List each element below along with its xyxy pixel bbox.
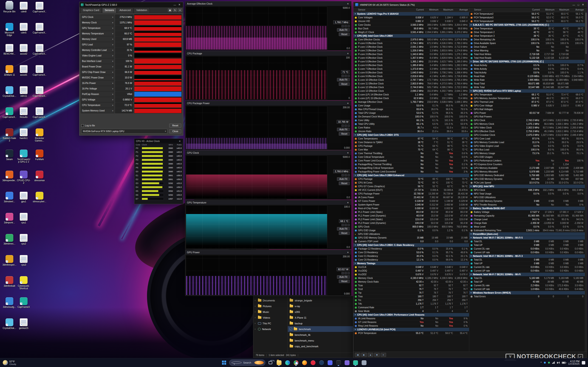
sensor-row-drive-failure[interactable]: Drive FailureNoNoNo: [469, 45, 585, 49]
sensor-row-gt-limit-reasons[interactable]: GT Limit ReasonsYesNoYes0 %: [354, 320, 469, 324]
sidebar-item-pictures[interactable]: ›Pictures: [253, 303, 288, 309]
maximize-icon[interactable]: □: [576, 3, 581, 6]
close-icon[interactable]: ✕: [178, 140, 182, 142]
tray-app-icon[interactable]: [548, 362, 550, 364]
sensor-row-gpu-thermal-limit[interactable]: GPU Thermal Limit87.0 °C87.0 °C87.0 °C87…: [469, 100, 585, 104]
desktop-icon-baldurs-gate-3[interactable]: ↗Baldurs Gate 3: [2, 128, 17, 142]
desktop-icon-cpu2[interactable]: ↗cpu2: [17, 234, 31, 245]
sensor-row-pch-temperature4[interactable]: PCH Temperature456.0 °C51.0 °C60.0 °C56.…: [469, 19, 585, 23]
sensor-row-current-ctdp-level[interactable]: Current cTDP Level0.00.00.00.0: [354, 240, 469, 243]
close-button[interactable]: Close: [169, 129, 181, 133]
sensor-row-battery-voltage[interactable]: Battery Voltage17.527 V17.235 V17.581 V1…: [469, 210, 585, 214]
desktop-icon-furmark[interactable]: ↗FurMark: [32, 150, 47, 161]
sensor-row-ring-limit-reasons[interactable]: Ring Limit ReasonsNoNoYes0 %: [354, 324, 469, 328]
sensor-row-gear-mode[interactable]: Gear Mode4444: [354, 309, 469, 313]
sensor-row-tcas[interactable]: Tcas92 T92 T92 T92 T: [354, 284, 469, 287]
taskbar-app-discord[interactable]: [327, 359, 334, 366]
sensor-label-dropdown[interactable]: PerfCap Reason▾: [81, 92, 114, 97]
sensor-row-total-dl[interactable]: Total DL5,183 MB5,179 MB5,183 MB5,183 MB: [469, 276, 585, 280]
sensor-row-system-agent-power[interactable]: System Agent Power3.045 W0.312 W3.493 W3…: [354, 203, 469, 207]
sensor-row-gpu-effective-clock[interactable]: GPU Effective Clock2,759.3 MHz45.3 MHz2,…: [469, 130, 585, 133]
minimize-icon[interactable]: —: [173, 3, 177, 6]
sensor-group-network-intel-wi-fi-7-be201-320mhz-wi-fi[interactable]: ▼Network: Intel Wi-Fi 7 BE201 320MHz - W…: [469, 273, 585, 276]
sensor-row-total-cpu-utility[interactable]: Total CPU Utility66.1 %6.6 %131.5 %63.9 …: [354, 122, 469, 126]
sensor-row-total-up[interactable]: Total UP0 MB0 MB0 MB0 MB: [469, 243, 585, 247]
close-icon[interactable]: ✕: [581, 3, 585, 6]
mini-button[interactable]: [347, 125, 350, 127]
sensor-row-pl1-power-limit-dynamic[interactable]: PL1 Power Limit (Dynamic)40.0 W15.0 W110…: [354, 214, 469, 218]
hidden-icons-chevron[interactable]: ^: [540, 361, 542, 364]
sensor-row-current-dl-rate[interactable]: Current DL rate0.0 KB/s0.0 KB/s0.0 KB/s0…: [469, 247, 585, 251]
sensor-row-e-core-10-effective-clock[interactable]: E-core 10 Effective Clock2,787.7 MHz172.…: [354, 78, 469, 82]
sensor-row-pci-express-error-counters[interactable]: PCI Express Error Counters001,154: [469, 163, 585, 166]
sensor-row-gpu-memory-usage[interactable]: GPU Memory Usage73.3 %15.1 %75.0 %70.1 %: [469, 152, 585, 155]
sensor-row-e-core-lp-14-effective-clock[interactable]: E-core (LP) 14 Effective Clock1.1 MHz0.4…: [354, 93, 469, 97]
sensor-row-core-clocks[interactable]: Core Clocks3,560.3 MHz399.0 MHz5,088.4 M…: [354, 23, 469, 27]
active-clock-title-bar[interactable]: CPU #0 - Active Clock ✕: [134, 139, 183, 143]
sensor-row-p-core-1-effective-clock[interactable]: P-core 1 Effective Clock2,591.1 MHz1.5 M…: [354, 45, 469, 49]
file-row-benchmark[interactable]: ✓benchmark: [288, 326, 353, 332]
sensor-row-gpu-memory-allocated[interactable]: GPU Memory Allocated5,978 MB1,233 MB6,11…: [469, 170, 585, 174]
sensor-row-cpu-ia-cores[interactable]: CPU IA Cores72 °C65 °C100 °C73 °C: [354, 181, 469, 185]
sensor-row-core-c1-residency[interactable]: Core C1 Residency30.3 %0.0 %92.1 %33.1 %: [354, 254, 469, 258]
mini-button[interactable]: [345, 224, 347, 226]
mini-button[interactable]: [347, 25, 350, 27]
sensor-row-total-host-reads[interactable]: Total Host Reads5,132 GB5,132 GB5,132 GB: [469, 56, 585, 60]
sensor-row-core-power-limit-exceeded[interactable]: Core Power Limit ExceededNoNoYes3 %: [354, 159, 469, 163]
mini-button[interactable]: [345, 25, 347, 27]
sensor-row-read-activity[interactable]: Read Activity0.5 %0.0 %100.0 %0.7 %: [469, 64, 585, 67]
mini-button[interactable]: [342, 25, 344, 27]
desktop-icon-microsoft-edge[interactable]: ↗Microsoft Edge: [2, 23, 17, 36]
desktop-icon-capframex[interactable]: ↗CapFrameX...: [32, 44, 47, 58]
sensor-label-dropdown[interactable]: Memory Controller Load▾: [81, 48, 114, 53]
sensor-row-gpu-memory-junction-temperature[interactable]: GPU Memory Junction Temperature66.0 °C46…: [469, 97, 585, 100]
sensor-row-charge-rate[interactable]: Charge Rate-1.955 W-13.855 W0.000 W-2.35…: [469, 221, 585, 225]
taskbar-app-settings[interactable]: [361, 359, 367, 366]
sensor-row-gpu-memory-clock[interactable]: GPU Memory Clock1,375.1 MHz66.6 MHz1,500…: [469, 122, 585, 126]
sensor-row-command-rate[interactable]: Command Rate1 T1 T1 T1 T: [354, 306, 469, 309]
sensor-row-uncore-vid[interactable]: Uncore VID0.881 V0.696 V0.938 V0.845 V: [354, 19, 469, 23]
desktop-icon-capframex[interactable]: ↗CapFrameX...: [32, 107, 47, 121]
sensor-group-system-lenovo-yoga-pro-9-16iah10[interactable]: ▼System: LENOVO Yoga Pro 9 16IAH10: [354, 12, 469, 16]
taskbar-app-steam[interactable]: [318, 359, 325, 366]
sensor-row-current-dl-rate[interactable]: Current DL rate0.0 KB/s0.0 KB/s0.0 KB/s0…: [469, 265, 585, 269]
sidebar-item-music[interactable]: ›Music: [253, 309, 288, 315]
sidebar-item-videos[interactable]: ›Videos: [253, 315, 288, 320]
clock[interactable]: 4:12 PM 12/19/2025: [568, 360, 579, 365]
desktop-icon-cpu1[interactable]: ↗cpu1: [17, 213, 31, 224]
auto-fit-button[interactable]: Auto Fit: [337, 177, 350, 181]
desktop-icon-asssd2[interactable]: ↗asssd2: [17, 44, 31, 55]
sensor-row-e-core-6-effective-clock[interactable]: E-core 6 Effective Clock1,385.8 MHz3.4 M…: [354, 64, 469, 67]
desktop-icon-3dmfiresper[interactable]: ↗3dmfiresper...: [2, 255, 17, 266]
graph-title-bar[interactable]: Average Effective Clock✕: [185, 1, 351, 6]
sensor-row-core-c6-residency[interactable]: Core C6 Residency12.1 %0.0 %99.9 %12.3 %: [354, 258, 469, 262]
sensor-label-dropdown[interactable]: GPU Load▾: [81, 42, 114, 47]
sensor-row-p-core-0-effective-clock[interactable]: P-core 0 Effective Clock2,754.1 MHz671.9…: [354, 42, 469, 45]
menu-icon[interactable]: ≡: [178, 8, 182, 12]
tab-graphics-card[interactable]: Graphics Card: [80, 8, 102, 13]
desktop-icon-3dm11[interactable]: ↗3dm11: [17, 86, 31, 97]
sensor-row-write-activity[interactable]: Write Activity0.8 %0.0 %100.0 %0.4 %: [469, 67, 585, 71]
sensor-group-lenovo-lnvnb161216-intel-pch[interactable]: ▼LENOVO LNVNB161216 (Intel PCH): [354, 328, 469, 332]
file-row-strange-brigade[interactable]: strange_brigade: [288, 298, 353, 303]
sensor-row-drive-temperature-3[interactable]: Drive Temperature 338 °C36 °C47 °C41 °C: [469, 34, 585, 38]
sensor-row-uncore-ratio[interactable]: Uncore Ratio36.0 x21.0 x39.0 x33.8 x: [354, 130, 469, 133]
scrollbar-thumb[interactable]: [585, 13, 587, 54]
sensor-row-e-core-12-effective-clock[interactable]: E-core 12 Effective Clock2,744.9 MHz505.…: [354, 85, 469, 89]
taskbar-app-gpu-z[interactable]: [352, 359, 359, 366]
sensor-row-pl1-power-limit-static[interactable]: PL1 Power Limit (Static)80.0 W80.0 W80.0…: [354, 210, 469, 214]
sensor-row-gpu-power[interactable]: GPU Power82.017 W7.684 W92.777 W78.836 W: [469, 111, 585, 115]
sensor-group-cpu-0-intel-core-ultra-9-285h-c-state-residency[interactable]: ▼CPU [#0]: Intel Core Ultra 9 285H: C-St…: [354, 243, 469, 247]
sensor-row-ia-cores-power[interactable]: IA Cores Power23.401 W7.361 W66.687 W26.…: [354, 196, 469, 199]
sensor-row-current-up-rate[interactable]: Current UP rate1.0 KB/s0.0 KB/s40.6 KB/s…: [469, 287, 585, 291]
taskbar-app-chrome[interactable]: [293, 359, 300, 366]
sensor-group-battery-sunwoda-base-bat[interactable]: ▼Battery: SunWoda BASE-BAT: [469, 207, 585, 210]
sensor-row-current-dl-rate[interactable]: Current DL rate2.2 KB/s0.0 KB/s171.5 KB/…: [469, 284, 585, 287]
graph-title-bar[interactable]: CPU Package Power✕: [185, 101, 351, 106]
desktop-icon-crystaldisk[interactable]: ↗CrystalDisk...: [2, 318, 17, 329]
sensor-row-trfc[interactable]: Trfc1,176 T1,176 T1,176 T1,176 T: [354, 302, 469, 306]
sensor-group-npu-1-intel-npu[interactable]: ▼NPU [#1]: Intel NPU: [469, 185, 585, 188]
sensor-subgroup-npu-d3d-utilizations[interactable]: ▴NPU D3D Utilizations: [469, 196, 585, 199]
desktop-icon-cdm8[interactable]: ↗cdm8: [17, 2, 31, 13]
graph-title-bar[interactable]: GPU Temperature✕: [185, 200, 351, 205]
